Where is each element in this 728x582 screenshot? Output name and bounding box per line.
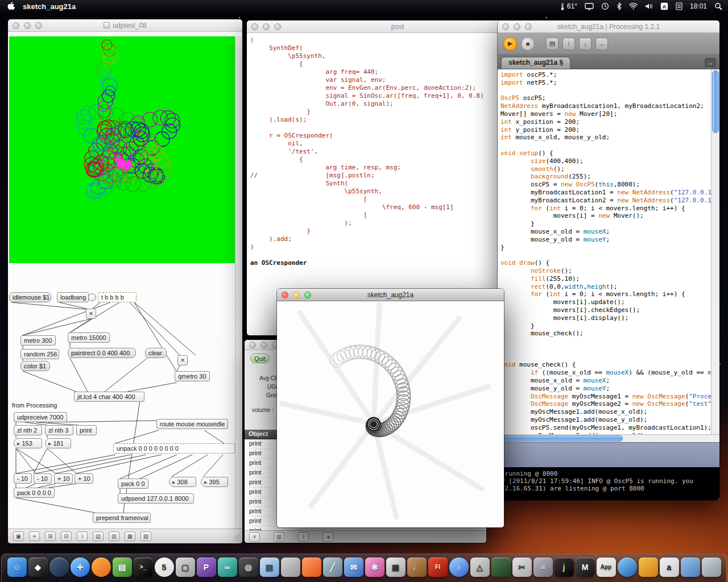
sketch-window-titlebar[interactable]: sketch_aug21a xyxy=(277,289,504,301)
minimize-button[interactable] xyxy=(293,292,300,298)
max-object[interactable]: print xyxy=(76,425,97,435)
max-object[interactable]: ▶181 xyxy=(45,438,71,448)
scrollbar-thumb[interactable] xyxy=(712,70,719,133)
active-app-menu[interactable]: sketch_aug21a xyxy=(23,2,76,11)
code-editor[interactable]: import oscP5.*;import netP5.*; OscP5 osc… xyxy=(498,69,711,434)
clear-console-icon[interactable]: × xyxy=(249,532,260,542)
dock-icon-app-store-like[interactable]: App xyxy=(597,558,616,577)
close-button[interactable] xyxy=(282,292,288,298)
max-object[interactable]: qmetro 30 xyxy=(175,371,210,381)
minimize-button[interactable] xyxy=(24,22,31,29)
max-object[interactable]: unpack 0 0 0 0 0 0 0 0 xyxy=(113,443,235,454)
zoom-button[interactable] xyxy=(274,23,281,30)
dock-icon-photo-booth[interactable]: ◎ xyxy=(239,558,258,577)
max-window-titlebar[interactable]: udptest_08 xyxy=(8,19,242,32)
dock-icon-deck-app[interactable] xyxy=(639,558,658,577)
run-button[interactable]: ▶ xyxy=(503,37,517,51)
volume-menu[interactable] xyxy=(645,0,653,13)
new-object-icon[interactable]: + xyxy=(29,531,40,541)
close-button[interactable] xyxy=(249,342,256,348)
dock-icon-orange-app[interactable] xyxy=(302,558,321,577)
max-object[interactable]: prepend frameoval xyxy=(93,513,151,523)
editor-vertical-scrollbar[interactable] xyxy=(711,69,719,434)
display-menu[interactable] xyxy=(585,0,594,13)
dock-icon-trash[interactable] xyxy=(702,558,721,577)
sketch-canvas[interactable] xyxy=(277,301,504,527)
dock-icon-p-app[interactable]: P xyxy=(197,558,216,577)
grid-icon[interactable]: ⊞ xyxy=(45,531,56,541)
max-object[interactable]: udpsend 127.0.0.1 8000 xyxy=(118,493,194,504)
max-object[interactable]: clear xyxy=(145,348,167,358)
browser-icon[interactable]: ▦ xyxy=(125,531,135,541)
info-icon[interactable]: i xyxy=(298,532,309,542)
minimize-button[interactable] xyxy=(263,23,270,30)
script-menu[interactable] xyxy=(676,0,682,13)
dock-icon-cube-app[interactable]: ▢ xyxy=(176,558,195,577)
max-object[interactable]: ▶308 xyxy=(169,477,196,487)
minimize-button[interactable] xyxy=(514,23,520,30)
max-object[interactable]: + 10 xyxy=(54,473,73,484)
max-object[interactable]: + 10 xyxy=(75,473,93,484)
editor-horizontal-scrollbar[interactable] xyxy=(498,434,719,442)
dock-icon-app-5[interactable]: 5 xyxy=(155,558,174,577)
jit-pwindow-canvas[interactable] xyxy=(9,36,236,263)
resize-grip[interactable] xyxy=(234,535,241,542)
dock-icon-max[interactable]: M xyxy=(576,558,595,577)
max-object[interactable]: ▶395 xyxy=(201,477,228,487)
dock-icon-flash[interactable]: Fl xyxy=(428,558,448,577)
new-sketch-button[interactable]: ▤ xyxy=(546,38,559,50)
tab-menu-button[interactable]: → xyxy=(705,58,716,67)
max-object[interactable]: random 256 xyxy=(20,349,59,359)
max-object[interactable]: pack 0 0 xyxy=(118,479,148,489)
max-object[interactable]: metro 15000 xyxy=(68,332,110,343)
max-object[interactable]: udpreceive 7000 xyxy=(14,412,67,422)
dock-icon-flower-app[interactable]: ✻ xyxy=(365,558,384,577)
dock-icon-gray-app[interactable] xyxy=(281,558,300,577)
max-object[interactable]: metro 300 xyxy=(20,335,56,346)
zoom-button[interactable] xyxy=(35,22,42,29)
spotlight-menu[interactable] xyxy=(714,0,722,13)
apple-menu[interactable] xyxy=(7,2,15,11)
bluetooth-menu[interactable] xyxy=(617,0,622,13)
info-icon[interactable]: i xyxy=(77,531,88,541)
snap-icon[interactable]: ⊟ xyxy=(61,531,72,541)
presentation-icon[interactable]: ▥ xyxy=(109,531,119,541)
dock-icon-pen-app[interactable]: ╱ xyxy=(323,558,342,577)
close-button[interactable] xyxy=(502,23,509,30)
temperature-widget[interactable]: 61° xyxy=(560,0,577,13)
max-object[interactable]: zl nth 2 xyxy=(14,425,42,435)
patcher-vertical-scrollbar[interactable] xyxy=(235,36,242,529)
quit-server-button[interactable]: Quit xyxy=(250,354,270,363)
max-object[interactable]: - 10 xyxy=(34,473,52,484)
dock-icon-ableton-live[interactable]: a xyxy=(660,558,679,577)
dock-icon-itunes[interactable]: ♪ xyxy=(449,558,469,577)
zoom-button[interactable] xyxy=(304,292,311,298)
dock-icon-metronome-app[interactable]: △ xyxy=(470,558,490,577)
export-sketch-button[interactable]: → xyxy=(595,38,608,50)
dock-icon-folder[interactable] xyxy=(681,558,700,577)
dock-icon-amp-app[interactable]: ♩ xyxy=(407,558,427,577)
dock-icon-mixer-app[interactable]: ≡ xyxy=(533,558,553,577)
max-object[interactable]: idlemouse $1 xyxy=(9,292,51,302)
max-object[interactable]: paintrect 0 0 400 400 xyxy=(68,348,136,358)
close-button[interactable] xyxy=(251,23,258,30)
dock-icon-quicksilver[interactable]: ◆ xyxy=(28,558,48,577)
tab-sketch-aug21a[interactable]: sketch_aug21a § xyxy=(501,57,570,69)
dock-icon-network-sphere[interactable] xyxy=(618,558,637,577)
zoom-button[interactable] xyxy=(525,23,532,30)
max-object[interactable]: zl nth 3 xyxy=(45,425,73,435)
toolbox-icon[interactable]: ▧ xyxy=(140,531,151,541)
close-button[interactable] xyxy=(13,22,19,29)
dock-icon-midi-keyboard-app[interactable]: ▦ xyxy=(386,558,406,577)
dock-icon-firefox[interactable] xyxy=(92,558,111,577)
dock-icon-infinity-app[interactable]: ∞ xyxy=(218,558,237,577)
dock-icon-finder[interactable]: ☺ xyxy=(7,558,27,577)
menu-clock[interactable]: 18:01 xyxy=(690,0,707,13)
goto-object-icon[interactable]: ◂ xyxy=(322,532,333,542)
dock-icon-green-app[interactable] xyxy=(491,558,511,577)
max-object[interactable]: - 10 xyxy=(14,473,32,484)
max-object[interactable]: pack 0 0 0 0 xyxy=(14,488,55,498)
stop-button[interactable]: ■ xyxy=(521,37,535,51)
max-object[interactable] xyxy=(88,293,96,301)
minimize-button[interactable] xyxy=(260,342,267,348)
